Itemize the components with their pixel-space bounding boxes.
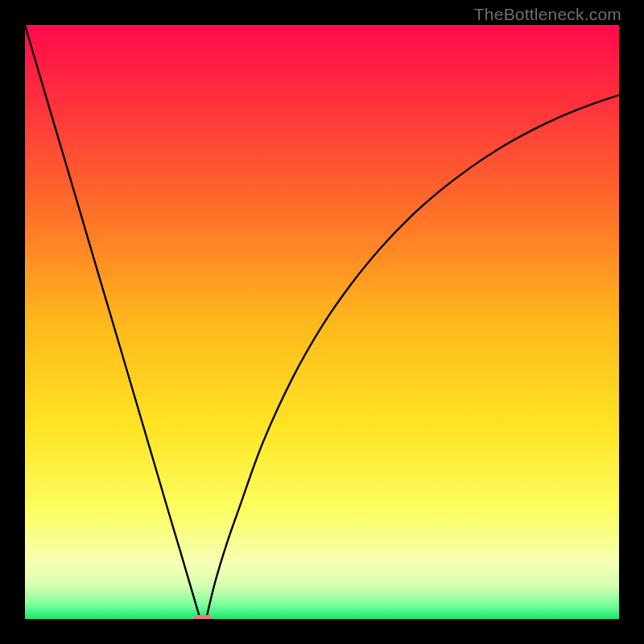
- bottleneck-chart: [25, 25, 619, 619]
- chart-frame: [25, 25, 619, 619]
- gradient-background: [25, 25, 619, 619]
- bottleneck-marker: [193, 615, 213, 619]
- watermark-text: TheBottleneck.com: [474, 5, 621, 24]
